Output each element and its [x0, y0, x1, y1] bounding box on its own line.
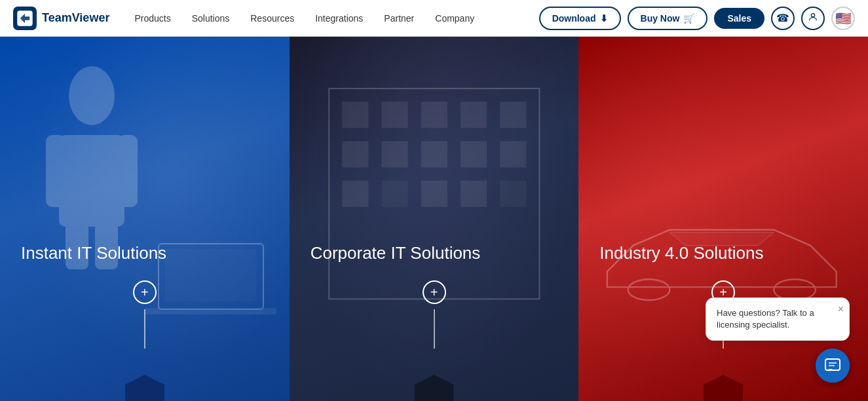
instant-it-panel[interactable]: Instant IT Solutions + — [0, 37, 290, 401]
panel-1-plus[interactable]: + — [133, 280, 157, 304]
chat-widget: × Have questions? Talk to a licensing sp… — [706, 297, 850, 383]
svg-point-3 — [811, 14, 814, 17]
phone-icon: ☎ — [776, 12, 789, 24]
download-button[interactable]: Download ⬇ — [539, 7, 621, 30]
corporate-it-panel[interactable]: Corporate IT Solutions + — [290, 37, 579, 401]
panel-2-line — [434, 309, 435, 349]
logo-text: TeamViewer — [42, 11, 109, 25]
nav-resources[interactable]: Resources — [241, 8, 303, 29]
buy-now-button[interactable]: Buy Now 🛒 — [628, 7, 708, 30]
nav-actions: Download ⬇ Buy Now 🛒 Sales ☎ 🇺🇸 — [539, 7, 855, 30]
nav-solutions[interactable]: Solutions — [183, 8, 239, 29]
panel-1-overlay: Instant IT Solutions + — [0, 37, 290, 401]
download-label: Download — [552, 13, 596, 24]
download-icon: ⬇ — [600, 13, 608, 24]
sales-label: Sales — [727, 13, 751, 24]
svg-rect-32 — [825, 359, 840, 370]
phone-button[interactable]: ☎ — [771, 7, 795, 30]
nav-partner[interactable]: Partner — [375, 8, 423, 29]
flag-icon: 🇺🇸 — [835, 10, 852, 26]
sales-button[interactable]: Sales — [714, 8, 764, 29]
nav-integrations[interactable]: Integrations — [306, 8, 372, 29]
chat-close-button[interactable]: × — [838, 302, 844, 316]
logo[interactable]: TeamViewer — [13, 7, 109, 30]
cart-icon: 🛒 — [683, 13, 694, 24]
language-button[interactable]: 🇺🇸 — [831, 7, 855, 30]
chat-bubble-text: Have questions? Talk to a licensing spec… — [717, 308, 814, 330]
chat-open-button[interactable] — [816, 349, 850, 383]
panel-1-title: Instant IT Solutions — [21, 242, 269, 265]
user-icon — [808, 12, 818, 24]
panel-2-title: Corporate IT Solutions — [311, 242, 558, 265]
panel-2-plus[interactable]: + — [423, 280, 446, 304]
chat-bubble: × Have questions? Talk to a licensing sp… — [706, 297, 850, 341]
user-button[interactable] — [801, 7, 825, 30]
nav-company[interactable]: Company — [426, 8, 483, 29]
chat-icon — [824, 357, 841, 374]
navbar: TeamViewer Products Solutions Resources … — [0, 0, 868, 37]
logo-icon — [13, 7, 37, 30]
nav-products[interactable]: Products — [125, 8, 179, 29]
panel-3-title: Industry 4.0 Solutions — [599, 242, 847, 265]
buy-label: Buy Now — [641, 13, 680, 24]
panel-2-overlay: Corporate IT Solutions + — [290, 37, 579, 401]
nav-links: Products Solutions Resources Integration… — [125, 8, 538, 29]
panel-1-line — [144, 309, 145, 349]
